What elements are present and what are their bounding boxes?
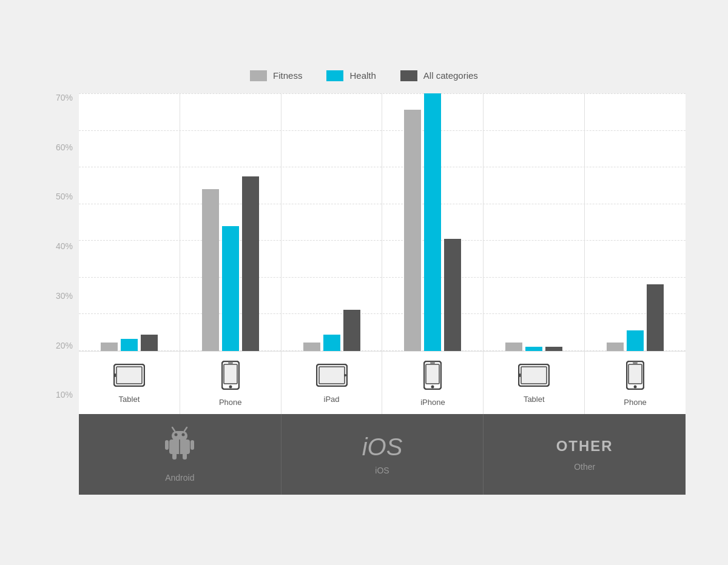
bar-inner-all — [141, 335, 158, 351]
device-cell-ipad: iPad — [281, 352, 383, 414]
y-label-70: 70% — [56, 93, 73, 102]
svg-point-9 — [344, 374, 346, 376]
bar-health — [627, 93, 644, 351]
bar-group-other-tablet — [484, 93, 585, 351]
bar-health — [323, 93, 340, 351]
platform-footer: Android iOS iOS OTHER Other — [79, 414, 686, 495]
bar-inner-all — [647, 284, 664, 351]
ios-text: iOS — [362, 433, 403, 461]
chart-main: Tablet Phone iPad iPhone Tablet Phone — [79, 93, 686, 495]
bar-group-android-phone — [180, 93, 281, 351]
bar-fitness — [303, 93, 320, 351]
phone-icon — [626, 361, 644, 393]
chart-container: Fitness Health All categories 70% 60% 50… — [30, 52, 698, 513]
device-label: Tablet — [524, 395, 545, 404]
bar-group-other-phone — [585, 93, 686, 351]
y-label-60: 60% — [56, 143, 73, 152]
health-label: Health — [349, 70, 376, 81]
bar-all — [444, 93, 461, 351]
bar-health — [424, 93, 441, 351]
tablet-icon — [113, 364, 145, 390]
bar-inner-all — [444, 239, 461, 351]
bar-fitness — [202, 93, 219, 351]
y-label-40: 40% — [56, 242, 73, 250]
all-swatch — [400, 70, 417, 81]
phone-ios-icon — [423, 361, 442, 393]
bar-group-ios-iphone — [382, 93, 484, 351]
svg-rect-30 — [183, 453, 187, 460]
svg-rect-13 — [430, 363, 435, 364]
fitness-label: Fitness — [273, 70, 302, 81]
all-label: All categories — [423, 70, 478, 81]
svg-point-24 — [182, 433, 185, 436]
android-icon — [164, 426, 195, 466]
bars-area — [79, 93, 686, 351]
y-label-30: 30% — [56, 292, 73, 300]
device-cell-phone: Phone — [180, 352, 281, 414]
bar-inner-health — [627, 330, 644, 351]
bar-group-android-tablet — [79, 93, 180, 351]
svg-line-25 — [172, 427, 175, 431]
bar-fitness — [404, 93, 421, 351]
legend: Fitness Health All categories — [42, 70, 686, 81]
health-swatch — [326, 70, 343, 81]
bar-health — [222, 93, 239, 351]
bar-all — [343, 93, 360, 351]
platform-ios: iOS iOS — [281, 414, 484, 495]
bar-inner-all — [242, 176, 259, 351]
svg-rect-18 — [629, 364, 642, 384]
device-label: iPhone — [420, 398, 445, 407]
svg-rect-22 — [172, 431, 187, 441]
other-text-big: OTHER — [556, 438, 613, 455]
bar-health — [525, 93, 542, 351]
bar-inner-health — [424, 93, 441, 351]
svg-point-19 — [634, 386, 637, 389]
phone-icon — [221, 361, 240, 393]
bar-all — [647, 93, 664, 351]
bar-inner-fitness — [202, 189, 219, 351]
bar-inner-health — [121, 339, 138, 352]
bar-all — [141, 93, 158, 351]
bar-inner-health — [222, 226, 239, 351]
bar-fitness — [505, 93, 522, 351]
bar-inner-fitness — [505, 343, 522, 351]
tablet-ios-icon — [316, 364, 348, 390]
svg-point-5 — [229, 386, 232, 389]
fitness-swatch — [250, 70, 267, 81]
bar-inner-fitness — [303, 343, 320, 351]
svg-rect-4 — [224, 364, 237, 384]
bar-group-ios-ipad — [281, 93, 383, 351]
bar-inner-health — [323, 335, 340, 351]
device-cell-iphone: iPhone — [382, 352, 484, 414]
platform-other: OTHER Other — [484, 414, 686, 495]
svg-rect-16 — [519, 373, 521, 377]
svg-rect-11 — [426, 364, 439, 384]
svg-rect-28 — [190, 440, 194, 450]
tablet-icon — [518, 364, 550, 390]
y-label-20: 20% — [56, 341, 73, 350]
bar-all — [545, 93, 562, 351]
legend-all: All categories — [400, 70, 478, 81]
svg-rect-27 — [165, 440, 169, 450]
svg-rect-6 — [228, 363, 233, 364]
y-axis: 70% 60% 50% 40% 30% 20% 10% — [42, 93, 79, 495]
bar-fitness — [607, 93, 624, 351]
bar-inner-fitness — [607, 343, 624, 351]
legend-health: Health — [326, 70, 376, 81]
svg-rect-20 — [633, 363, 638, 364]
android-label: Android — [165, 473, 194, 483]
bar-fitness — [101, 93, 118, 351]
svg-rect-2 — [115, 373, 116, 377]
svg-rect-15 — [521, 367, 547, 384]
device-row: Tablet Phone iPad iPhone Tablet Phone — [79, 351, 686, 414]
bar-health — [121, 93, 138, 351]
device-cell-phone: Phone — [585, 352, 686, 414]
bar-inner-all — [343, 310, 360, 352]
svg-rect-29 — [172, 453, 177, 460]
svg-point-23 — [175, 433, 178, 436]
svg-rect-8 — [319, 367, 345, 384]
legend-fitness: Fitness — [250, 70, 302, 81]
bar-inner-health — [525, 347, 542, 351]
device-label: Phone — [219, 398, 242, 407]
bar-all — [242, 93, 259, 351]
